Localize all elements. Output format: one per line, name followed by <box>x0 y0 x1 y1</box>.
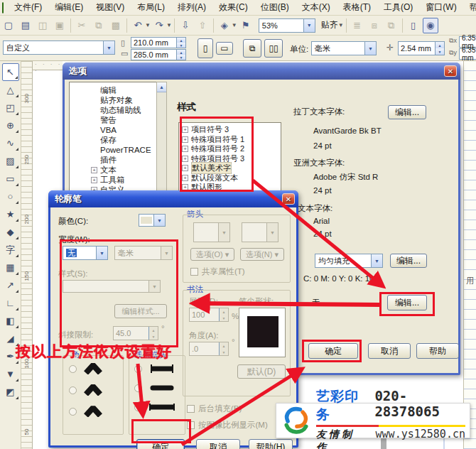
welcome-screen-icon[interactable]: ⚑ <box>238 18 254 33</box>
tree-item-save[interactable]: 保存 <box>70 135 166 145</box>
miter-limit-field[interactable]: 45.0▲▼ <box>113 326 158 340</box>
redo-icon[interactable]: ↷ <box>151 18 167 33</box>
expand-icon[interactable]: + <box>91 177 97 183</box>
expand-icon[interactable]: + <box>182 126 188 133</box>
connector-tool[interactable]: ∟ <box>2 294 19 312</box>
arrow-options-start-button[interactable]: 选项(O) ▾ <box>190 248 234 261</box>
undo-dropdown-icon[interactable]: ▼ <box>145 22 151 28</box>
all-pages-button[interactable]: ⧉ <box>243 39 261 58</box>
expand-icon[interactable]: + <box>182 136 188 143</box>
duplicate-icon[interactable]: ⧉ <box>384 18 399 33</box>
angle-down-icon[interactable]: ▼ <box>220 349 228 355</box>
tree-item-text[interactable]: +文本 <box>70 165 166 175</box>
text-tool[interactable]: 字 <box>2 241 19 259</box>
edit-fill-button[interactable]: 编辑... <box>390 254 427 268</box>
pick-tool[interactable]: ↖ <box>2 63 19 81</box>
smart-fill-tool[interactable]: ▨ <box>2 152 19 170</box>
page-width-up-icon[interactable]: ▲ <box>177 38 185 43</box>
edit-latin-font-button[interactable]: 编辑... <box>388 105 426 119</box>
round-cap-icon[interactable] <box>147 384 177 392</box>
width-units-arrow-icon[interactable]: ▼ <box>161 247 172 259</box>
square-cap-radio[interactable] <box>134 404 142 411</box>
crop-tool[interactable]: ◰ <box>2 99 19 117</box>
outline-ok-button[interactable]: 确定 <box>136 439 185 449</box>
tree-item-vba[interactable]: VBA <box>70 125 166 135</box>
stretch-up-icon[interactable]: ▲ <box>220 308 228 315</box>
menu-view[interactable]: 视图(V) <box>90 0 131 15</box>
fill-combo-arrow-icon[interactable]: ▼ <box>371 254 382 267</box>
width-units-combo[interactable]: 毫米▼ <box>114 246 173 260</box>
options-cancel-button[interactable]: 取消 <box>368 343 411 359</box>
page-height-up-icon[interactable]: ▲ <box>177 50 185 55</box>
share-icon[interactable]: ⧈ <box>367 18 382 33</box>
options-close-icon[interactable]: ✕ <box>444 65 457 77</box>
menu-effects[interactable]: 效果(C) <box>212 0 254 15</box>
nudge-down-icon[interactable]: ▼ <box>436 48 444 55</box>
scroll-up-icon[interactable]: ▲ <box>157 82 166 92</box>
docker-tab[interactable]: 用 <box>466 276 474 286</box>
fill-type-combo[interactable]: 均匀填充▼ <box>315 254 383 268</box>
butt-cap-icon[interactable] <box>147 364 177 373</box>
polygon-tool[interactable]: ★ <box>2 205 19 223</box>
miter-corner-icon[interactable] <box>82 363 104 374</box>
tree-item-toolbox[interactable]: +工具箱 <box>70 175 166 185</box>
tree-item-warnings[interactable]: 警告 <box>70 115 166 125</box>
calligraphy-default-button[interactable]: 默认(D) <box>237 364 286 379</box>
undo-icon[interactable]: ↶ <box>130 18 146 33</box>
eyedropper-tool[interactable]: ◢ <box>2 330 19 347</box>
page-height-field[interactable]: 285.0 mm▲▼ <box>131 49 186 60</box>
stretch-field[interactable]: 100▲▼ <box>189 308 229 322</box>
basic-shapes-tool[interactable]: ◆ <box>2 223 19 241</box>
tree-item-powertrace[interactable]: PowerTRACE <box>70 145 166 155</box>
options-ok-button[interactable]: 确定 <box>308 343 358 359</box>
duplicate-y-field[interactable]: 6.35 mm <box>459 48 476 60</box>
units-combo-arrow-icon[interactable]: ▼ <box>364 42 376 55</box>
redo-dropdown-icon[interactable]: ▼ <box>166 22 172 28</box>
dimension-tool[interactable]: ↗ <box>2 276 19 294</box>
app-launcher-icon[interactable]: ◈ <box>217 18 232 33</box>
preset-combo-arrow-icon[interactable]: ▼ <box>103 41 114 54</box>
facing-pages-button[interactable]: ▯▯ <box>264 39 283 58</box>
portrait-button[interactable]: ▯ <box>198 38 213 58</box>
miter-corner-radio[interactable] <box>69 365 77 373</box>
full-screen-icon[interactable]: ▯ <box>406 18 421 33</box>
menu-tools[interactable]: 工具(O) <box>377 0 419 15</box>
nib-shape-preview[interactable] <box>239 308 286 357</box>
menu-window[interactable]: 窗口(W) <box>419 0 463 15</box>
line-style-combo[interactable]: ▼ <box>63 280 161 293</box>
start-arrowhead-combo[interactable]: ▼ <box>193 222 230 242</box>
menu-layout[interactable]: 布局(L) <box>131 0 171 15</box>
snap-dropdown-icon[interactable]: ▼ <box>338 22 344 28</box>
menu-table[interactable]: 表格(T) <box>337 0 377 15</box>
angle-field[interactable]: .0▲▼ <box>189 342 229 356</box>
behind-fill-checkbox[interactable]: 后台填充(B) <box>187 404 242 414</box>
arrow-options-end-button[interactable]: 选项(N) ▾ <box>240 248 284 261</box>
landscape-button[interactable]: ▭ <box>216 42 233 55</box>
tree-item-snap-objects[interactable]: 贴齐对象 <box>70 95 166 105</box>
angle-up-icon[interactable]: ▲ <box>220 342 228 349</box>
nudge-up-icon[interactable]: ▲ <box>436 42 444 48</box>
round-cap-radio[interactable] <box>134 384 142 392</box>
tree-item-dynamic-guides[interactable]: 动态辅助线 <box>70 105 166 115</box>
nudge-field[interactable]: 2.54 mm▲▼ <box>398 41 445 55</box>
zoom-combo-arrow-icon[interactable]: ▼ <box>303 19 315 32</box>
menu-text[interactable]: 文本(X) <box>296 0 337 15</box>
menu-help[interactable]: 帮助(H) <box>463 0 476 15</box>
import-icon[interactable]: ⇩ <box>178 18 193 33</box>
menu-edit[interactable]: 编辑(E) <box>48 0 90 15</box>
end-arrowhead-combo[interactable]: ▼ <box>242 222 278 242</box>
preview-icon[interactable]: ◉ <box>423 18 438 33</box>
units-combo[interactable]: 毫米▼ <box>311 41 377 55</box>
save-icon[interactable]: ◫ <box>35 18 50 33</box>
square-cap-icon[interactable] <box>147 403 177 411</box>
bevel-corner-radio[interactable] <box>69 408 77 416</box>
expand-icon[interactable]: + <box>182 184 188 190</box>
copy-icon[interactable]: ⧉ <box>91 18 107 33</box>
interactive-fill-tool[interactable]: ◩ <box>2 383 19 401</box>
zoom-tool[interactable]: ⊕ <box>2 117 19 134</box>
blend-tool[interactable]: ◧ <box>2 312 19 330</box>
edit-style-button[interactable]: 编辑样式... <box>114 304 167 318</box>
cut-icon[interactable]: ✂ <box>74 18 90 33</box>
miter-up-icon[interactable]: ▲ <box>149 327 158 333</box>
snap-menu[interactable]: 贴齐 <box>321 19 338 31</box>
